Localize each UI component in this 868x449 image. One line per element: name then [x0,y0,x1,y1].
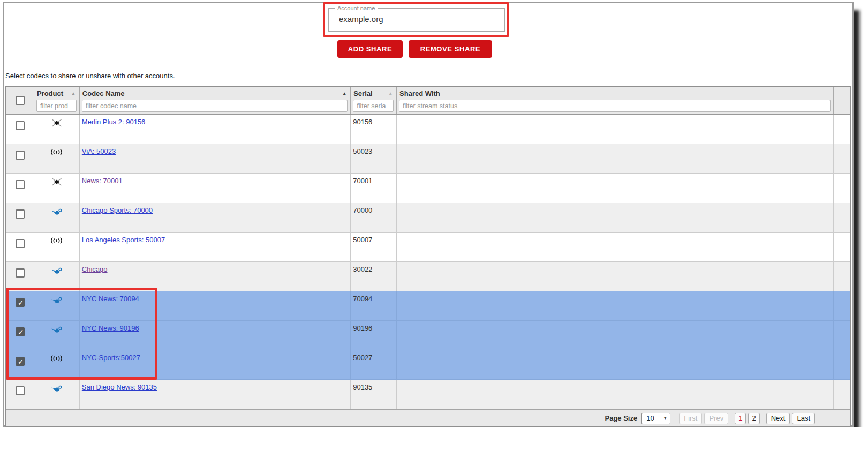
row-checkbox[interactable] [16,386,25,395]
table-row[interactable]: ViA: 50023 50023 [6,144,850,174]
shared-with-value [397,350,834,379]
shared-with-value [397,203,834,232]
first-page-button[interactable]: First [679,413,702,424]
codec-link[interactable]: NYC-Sports:50027 [82,354,140,362]
table-row[interactable]: NYC News: 70094 70094 [6,291,850,321]
product-filter-input[interactable] [36,100,77,112]
genie-lamp-icon [51,207,63,216]
codec-name-filter-input[interactable] [82,100,348,112]
sort-asc-icon: ▲ [71,91,76,96]
page-size-select[interactable]: 10 ▼ [641,413,670,424]
codec-link[interactable]: Chicago [82,265,108,273]
genie-lamp-icon [51,266,63,275]
shared-with-filter-input[interactable] [399,100,831,112]
shared-with-header-label: Shared With [399,89,440,98]
account-name-field: Account name [328,5,505,32]
via-radio-icon [50,355,63,362]
via-radio-icon [50,148,63,156]
row-extra-cell [834,291,850,320]
page-size-label: Page Size [605,414,638,422]
serial-value: 50027 [351,350,397,379]
row-extra-cell [834,233,850,261]
codec-link[interactable]: Chicago Sports: 70000 [82,206,153,214]
shared-with-value [397,291,834,320]
shared-with-column-header: Shared With [397,87,834,114]
serial-value: 50007 [351,233,397,261]
shared-with-value [397,321,834,350]
select-all-cell [6,87,34,114]
serial-filter-input[interactable] [353,100,394,112]
row-extra-cell [834,115,850,144]
shared-with-value [397,380,834,409]
table-row[interactable]: Chicago Sports: 70000 70000 [6,203,850,233]
page-1-button[interactable]: 1 [735,413,746,424]
page-2-button[interactable]: 2 [748,413,759,424]
row-extra-cell [834,350,850,379]
row-checkbox[interactable] [16,268,25,278]
last-page-button[interactable]: Last [792,413,815,424]
shared-with-value [397,115,834,144]
table-row[interactable]: San Diego News: 90135 90135 [6,380,850,409]
remove-share-button[interactable]: REMOVE SHARE [409,40,492,58]
table-row[interactable]: News: 70001 70001 [6,174,850,203]
serial-value: 30022 [351,262,397,291]
table-row[interactable]: Los Angeles Sports: 50007 50007 [6,233,850,262]
codec-link[interactable]: News: 70001 [82,177,123,185]
row-extra-cell [834,321,850,350]
serial-value: 90156 [351,115,397,144]
row-checkbox[interactable] [16,298,25,307]
table-row[interactable]: NYC-Sports:50027 50027 [6,350,850,380]
row-checkbox[interactable] [16,209,25,219]
codec-link[interactable]: Merlin Plus 2: 90156 [82,118,146,126]
serial-header-label: Serial [353,89,372,98]
codec-link[interactable]: NYC News: 90196 [82,324,139,332]
codec-name-header-label: Codec Name [82,89,125,98]
row-extra-cell [834,203,850,232]
page-size-value: 10 [646,414,654,422]
shared-with-value [397,233,834,261]
row-checkbox[interactable] [16,327,25,336]
account-name-input[interactable] [339,14,489,24]
shared-with-header-title[interactable]: Shared With [397,87,833,99]
select-all-checkbox[interactable] [16,96,25,105]
table-footer: Page Size 10 ▼ First Prev 1 2 Next Last [6,409,850,426]
prev-page-button[interactable]: Prev [704,413,728,424]
row-checkbox[interactable] [16,121,25,130]
table-row[interactable]: Chicago 30022 [6,262,850,291]
genie-lamp-icon [51,384,63,393]
add-share-button[interactable]: ADD SHARE [337,40,403,58]
genie-lamp-icon [51,325,63,334]
table-row[interactable]: Merlin Plus 2: 90156 90156 [6,115,850,144]
shared-with-value [397,144,834,173]
table-row[interactable]: NYC News: 90196 90196 [6,321,850,350]
row-checkbox[interactable] [16,357,25,366]
codec-table: Product ▲ Codec Name ▲ Serial [5,86,851,427]
product-header-label: Product [37,89,63,98]
sort-asc-icon: ▲ [342,91,347,96]
serial-value: 70094 [351,291,397,320]
row-extra-cell [834,380,850,409]
codec-name-column-header: Codec Name ▲ [80,87,351,114]
product-column-header: Product ▲ [34,87,80,114]
row-checkbox[interactable] [16,180,25,189]
serial-value: 70001 [351,174,397,203]
serial-header-title[interactable]: Serial ▲ [351,87,396,99]
codec-name-header-title[interactable]: Codec Name ▲ [80,87,350,99]
row-checkbox[interactable] [16,151,25,160]
merlin-x-icon [51,119,62,127]
codec-link[interactable]: Los Angeles Sports: 50007 [82,236,165,244]
next-page-button[interactable]: Next [766,413,790,424]
product-header-title[interactable]: Product ▲ [34,87,79,99]
genie-lamp-icon [51,296,63,304]
codec-link[interactable]: ViA: 50023 [82,147,116,155]
via-radio-icon [50,237,63,244]
shared-with-value [397,174,834,203]
serial-value: 70000 [351,203,397,232]
sort-asc-icon: ▲ [388,91,393,96]
codec-link[interactable]: San Diego News: 90135 [82,383,157,391]
account-name-label: Account name [335,5,378,11]
row-extra-cell [834,144,850,173]
codec-link[interactable]: NYC News: 70094 [82,295,139,303]
merlin-x-icon [51,178,62,186]
row-checkbox[interactable] [16,239,25,248]
